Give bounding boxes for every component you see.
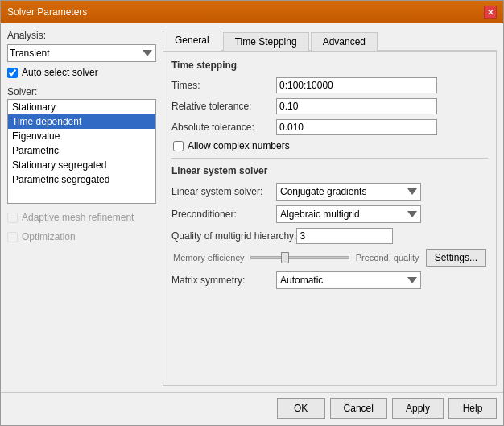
solver-listbox-container: Stationary Time dependent Eigenvalue Par…	[7, 99, 156, 204]
adaptive-checkbox[interactable]	[7, 213, 18, 223]
tab-content-general: Time stepping Times: Relative tolerance:…	[163, 52, 497, 386]
ok-button[interactable]: OK	[277, 398, 325, 419]
list-item[interactable]: Parametric segregated	[8, 172, 155, 187]
linear-solver-row: Linear system solver: Conjugate gradient…	[171, 183, 488, 201]
tab-time-stepping[interactable]: Time Stepping	[223, 32, 309, 51]
solver-listbox: Stationary Time dependent Eigenvalue Par…	[7, 99, 156, 204]
linear-solver-label: Linear system solver:	[171, 186, 276, 197]
settings-button[interactable]: Settings...	[426, 249, 486, 267]
times-label: Times:	[171, 80, 276, 91]
linear-solver-dropdown[interactable]: Conjugate gradients Direct Iterative	[276, 183, 421, 201]
auto-select-label: Auto select solver	[22, 67, 98, 78]
preconditioner-label: Preconditioner:	[171, 209, 276, 220]
analysis-label: Analysis:	[7, 30, 156, 41]
relative-tolerance-row: Relative tolerance:	[171, 98, 488, 114]
slider-row: Memory efficiency Precond. quality Setti…	[171, 249, 488, 267]
optimization-checkbox[interactable]	[7, 232, 18, 242]
time-stepping-title: Time stepping	[171, 60, 488, 71]
analysis-section: Analysis: Transient	[7, 30, 156, 62]
main-content: Analysis: Transient Auto select solver S…	[1, 23, 503, 392]
tab-bar: General Time Stepping Advanced	[163, 30, 497, 52]
right-panel: General Time Stepping Advanced Time step…	[163, 30, 497, 386]
list-item[interactable]: Time dependent	[8, 114, 155, 129]
divider	[171, 158, 488, 159]
optimization-row: Optimization	[7, 231, 156, 242]
list-item[interactable]: Stationary segregated	[8, 158, 155, 172]
relative-tolerance-input[interactable]	[276, 98, 437, 114]
auto-select-row: Auto select solver	[7, 67, 156, 78]
matrix-symmetry-row: Matrix symmetry: Automatic Symmetric Non…	[171, 271, 488, 289]
absolute-tolerance-row: Absolute tolerance:	[171, 119, 488, 135]
precond-quality-label: Precond. quality	[356, 253, 419, 263]
preconditioner-dropdown[interactable]: Algebraic multigrid Jacobi SSOR	[276, 205, 421, 223]
optimization-label: Optimization	[22, 231, 76, 242]
absolute-tolerance-input[interactable]	[276, 119, 437, 135]
absolute-tolerance-label: Absolute tolerance:	[171, 122, 276, 133]
relative-tolerance-label: Relative tolerance:	[171, 101, 276, 112]
matrix-symmetry-dropdown[interactable]: Automatic Symmetric Non-symmetric	[276, 271, 421, 289]
solver-label: Solver:	[7, 86, 156, 97]
allow-complex-label: Allow complex numbers	[188, 140, 290, 151]
list-item[interactable]: Eigenvalue	[8, 129, 155, 143]
close-button[interactable]: ✕	[484, 6, 497, 19]
solver-parameters-window: Solver Parameters ✕ Analysis: Transient …	[0, 0, 504, 426]
analysis-dropdown-container: Transient	[7, 44, 156, 62]
solver-section: Solver: Stationary Time dependent Eigenv…	[7, 83, 156, 204]
linear-system-title: Linear system solver	[171, 165, 488, 176]
tab-general[interactable]: General	[163, 31, 221, 51]
preconditioner-row: Preconditioner: Algebraic multigrid Jaco…	[171, 205, 488, 223]
quality-row: Quality of multigrid hierarchy:	[171, 228, 488, 244]
title-bar: Solver Parameters ✕	[1, 1, 503, 23]
quality-slider-thumb[interactable]	[281, 252, 289, 263]
quality-label: Quality of multigrid hierarchy:	[171, 230, 296, 242]
auto-select-checkbox[interactable]	[7, 68, 18, 78]
tab-advanced[interactable]: Advanced	[311, 32, 378, 51]
times-input[interactable]	[276, 77, 437, 93]
bottom-buttons: OK Cancel Apply Help	[1, 392, 503, 425]
memory-efficiency-label: Memory efficiency	[173, 253, 244, 263]
analysis-dropdown[interactable]: Transient	[7, 44, 156, 62]
list-item[interactable]: Parametric	[8, 143, 155, 158]
cancel-button[interactable]: Cancel	[330, 398, 387, 419]
adaptive-row: Adaptive mesh refinement	[7, 212, 156, 223]
window-title: Solver Parameters	[7, 6, 87, 18]
quality-input[interactable]	[296, 228, 393, 244]
apply-button[interactable]: Apply	[392, 398, 444, 419]
allow-complex-checkbox[interactable]	[173, 141, 184, 151]
left-panel: Analysis: Transient Auto select solver S…	[7, 30, 156, 386]
allow-complex-row: Allow complex numbers	[173, 140, 488, 151]
times-row: Times:	[171, 77, 488, 93]
quality-slider-track[interactable]	[250, 256, 349, 259]
adaptive-label: Adaptive mesh refinement	[22, 212, 134, 223]
help-button[interactable]: Help	[448, 398, 497, 419]
list-item[interactable]: Stationary	[8, 100, 155, 114]
matrix-symmetry-label: Matrix symmetry:	[171, 275, 276, 286]
